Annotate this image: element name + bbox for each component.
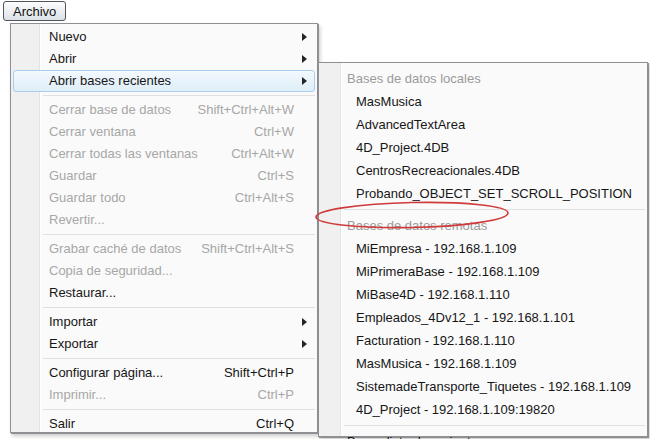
menu-item-label: Restaurar... [49,283,116,303]
file-menu: NuevoAbrirAbrir bases recientesCerrar ba… [10,23,318,433]
menu-item-shortcut: Ctrl+Q [238,414,294,434]
menu-separator [43,409,315,410]
menu-item-exportar[interactable]: Exportar [13,333,315,355]
menu-item-copia-de-seguridad: Copia de seguridad... [13,260,315,282]
recent-databases-submenu: Bases de datos localesMasMusicaAdvancedT… [318,62,648,437]
menu-item-label: Guardar todo [49,188,126,208]
menu-item-centrosrecreacionales-4db[interactable]: CentrosRecreacionales.4DB [321,159,645,182]
menu-item-label: MasMusica [356,91,422,112]
menu-item-label: Empleados_4Dv12_1 - 192.168.1.101 [356,307,575,328]
group-header-label: Bases de datos remotas [347,215,487,236]
menu-item-shortcut: Ctrl+S [240,166,294,186]
menu-item-importar[interactable]: Importar [13,311,315,333]
menu-item-guardar: GuardarCtrl+S [13,165,315,187]
menu-item-label: Importar [49,312,97,332]
menu-item-abrir[interactable]: Abrir [13,48,315,70]
menu-item-label: Abrir [49,49,76,69]
submenu-arrow-icon [302,77,307,85]
menu-item-empleados-4dv12-1-192-168-1-101[interactable]: Empleados_4Dv12_1 - 192.168.1.101 [321,306,645,329]
menu-item-masmusica[interactable]: MasMusica [321,90,645,113]
menu-item-label: Grabar caché de datos [49,239,181,259]
file-menu-items: NuevoAbrirAbrir bases recientesCerrar ba… [11,24,317,435]
menu-item-shortcut: Shift+Ctrl+Alt+S [183,239,294,259]
screen: Archivo NuevoAbrirAbrir bases recientesC… [0,0,650,439]
menu-item-4d-project-192-168-1-109-19820[interactable]: 4D_Project - 192.168.1.109:19820 [321,398,645,421]
menu-item-abrir-bases-recientes[interactable]: Abrir bases recientes [13,70,315,92]
menu-item-shortcut: Ctrl+P [240,385,294,405]
menu-item-miprimerabase-192-168-1-109[interactable]: MiPrimeraBase - 192.168.1.109 [321,260,645,283]
menu-item-miempresa-192-168-1-109[interactable]: MiEmpresa - 192.168.1.109 [321,237,645,260]
menu-item-label: Revertir... [49,210,105,230]
menu-item-grabar-cach-de-datos: Grabar caché de datosShift+Ctrl+Alt+S [13,238,315,260]
menu-item-cerrar-base-de-datos: Cerrar base de datosShift+Ctrl+Alt+W [13,99,315,121]
menu-item-mibase4d-192-168-1-110[interactable]: MiBase4D - 192.168.1.110 [321,283,645,306]
menu-item-label: MasMusica - 192.168.1.109 [356,353,516,374]
group-header-label: Bases de datos locales [347,68,481,89]
menu-item-configurar-p-gina[interactable]: Configurar página...Shift+Ctrl+P [13,362,315,384]
menu-item-shortcut: Ctrl+Alt+S [217,188,294,208]
menu-item-salir[interactable]: SalirCtrl+Q [13,413,315,435]
menu-item-shortcut: Shift+Ctrl+Alt+W [180,100,294,120]
file-menu-button[interactable]: Archivo [3,1,66,21]
submenu-arrow-icon [302,55,307,63]
menu-item-label: Guardar [49,166,97,186]
menu-item-label: Salir [49,414,75,434]
menu-item-label: Cerrar todas las ventanas [49,144,198,164]
menu-item-label: Borrar lista de recientes [347,431,484,439]
group-header-bases-de-datos-remotas: Bases de datos remotas [321,214,645,237]
menu-item-label: Probando_OBJECT_SET_SCROLL_POSITION [356,183,632,204]
menu-separator [43,234,315,235]
menu-separator [43,358,315,359]
recent-submenu-items: Bases de datos localesMasMusicaAdvancedT… [319,63,647,439]
menu-item-facturation-192-168-1-110[interactable]: Facturation - 192.168.1.110 [321,329,645,352]
menu-item-label: MiPrimeraBase - 192.168.1.109 [356,261,540,282]
submenu-arrow-icon [302,318,307,326]
menu-item-nuevo[interactable]: Nuevo [13,26,315,48]
menu-item-label: Copia de seguridad... [49,261,173,281]
menu-item-label: Nuevo [49,27,87,47]
menu-item-label: Exportar [49,334,98,354]
menu-separator [344,209,645,210]
menu-item-label: Cerrar ventana [49,122,136,142]
submenu-arrow-icon [302,33,307,41]
menu-item-label: MiBase4D - 192.168.1.110 [356,284,510,305]
menu-item-imprimir: Imprimir...Ctrl+P [13,384,315,406]
menu-item-guardar-todo: Guardar todoCtrl+Alt+S [13,187,315,209]
menu-item-label: Abrir bases recientes [49,71,171,91]
menu-item-probando-object-set-scroll-position[interactable]: Probando_OBJECT_SET_SCROLL_POSITION [321,182,645,205]
menu-item-label: 4D_Project.4DB [356,137,449,158]
menu-item-label: Imprimir... [49,385,106,405]
menu-item-masmusica-192-168-1-109[interactable]: MasMusica - 192.168.1.109 [321,352,645,375]
group-header-bases-de-datos-locales: Bases de datos locales [321,67,645,90]
menu-item-label: SistemadeTransporte_Tiquetes - 192.168.1… [356,376,631,397]
menu-item-label: AdvancedTextArea [356,114,465,135]
menu-item-label: Configurar página... [49,363,163,383]
menu-separator [344,425,645,426]
menu-item-label: MiEmpresa - 192.168.1.109 [356,238,516,259]
menu-item-label: Cerrar base de datos [49,100,171,120]
submenu-arrow-icon [302,340,307,348]
menu-item-advancedtextarea[interactable]: AdvancedTextArea [321,113,645,136]
menu-item-label: CentrosRecreacionales.4DB [356,160,520,181]
menu-separator [43,307,315,308]
menu-item-shortcut: Shift+Ctrl+P [206,363,294,383]
menu-item-4d-project-4db[interactable]: 4D_Project.4DB [321,136,645,159]
menu-item-cerrar-ventana: Cerrar ventanaCtrl+W [13,121,315,143]
menu-item-sistemadetransporte-tiquetes-192-168-1-109[interactable]: SistemadeTransporte_Tiquetes - 192.168.1… [321,375,645,398]
menu-item-label: Facturation - 192.168.1.110 [356,330,515,351]
menu-item-shortcut: Ctrl+W [236,122,294,142]
menu-item-shortcut: Ctrl+Alt+W [213,144,294,164]
menu-item-label: 4D_Project - 192.168.1.109:19820 [356,399,555,420]
menu-item-cerrar-todas-las-ventanas: Cerrar todas las ventanasCtrl+Alt+W [13,143,315,165]
menu-item-borrar-lista-de-recientes[interactable]: Borrar lista de recientes [321,430,645,439]
menu-separator [43,95,315,96]
menu-item-restaurar[interactable]: Restaurar... [13,282,315,304]
menu-item-revertir: Revertir... [13,209,315,231]
